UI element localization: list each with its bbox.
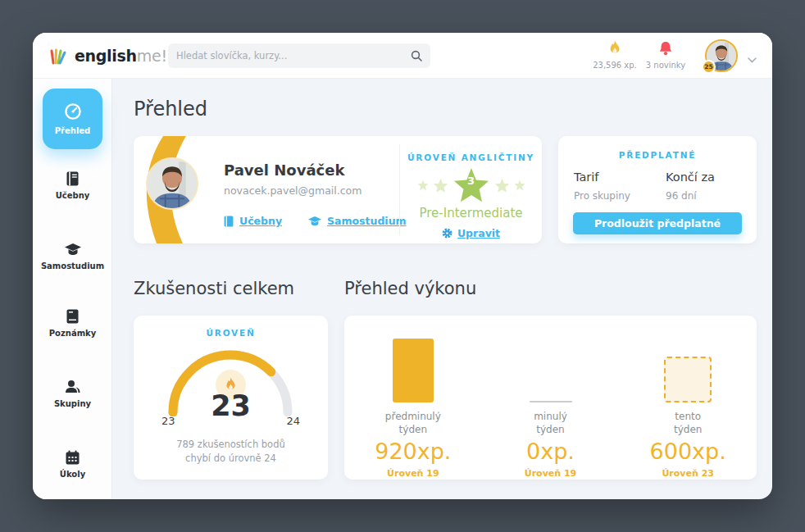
star-icon <box>494 178 510 193</box>
dashboard-icon <box>64 102 82 120</box>
expires-block: Končí za 96 dní <box>666 171 715 202</box>
search-icon[interactable] <box>411 50 422 61</box>
current-level-star: 3 <box>453 166 490 204</box>
tarif-value: Pro skupiny <box>574 190 630 202</box>
sidebar-item-ucebny[interactable]: Učebny <box>33 171 112 200</box>
link-samostudium[interactable]: Samostudium <box>308 215 407 227</box>
sidebar-item-label: Skupiny <box>33 399 112 408</box>
sidebar: Přehled Učebny Samostudium <box>33 79 112 499</box>
level-gauge-card: ÚROVEŇ 23 23 24 789 zkušenostích bodů ch… <box>134 316 328 480</box>
bar-last-week <box>530 401 572 402</box>
bar-this-week <box>664 357 712 402</box>
week-xp-value: 920xp. <box>375 439 451 464</box>
week-xp-value: 0xp. <box>526 439 575 464</box>
search-input[interactable] <box>176 50 411 61</box>
bell-icon <box>636 39 695 57</box>
sidebar-item-samostudium[interactable]: Samostudium <box>33 241 112 271</box>
user-menu[interactable]: 25 <box>705 39 738 72</box>
gauge-min-label: 23 <box>161 415 175 427</box>
performance-heading: Přehled výkonu <box>344 279 476 298</box>
chevron-down-icon[interactable] <box>748 51 757 66</box>
logo-icon <box>49 46 69 66</box>
tarif-label: Tarif <box>574 171 630 184</box>
star-icon <box>433 178 448 193</box>
week-column: předminulýtýden 920xp. Úroveň 19 <box>344 332 482 480</box>
week-label: tentotýden <box>674 410 702 436</box>
star-icon <box>417 180 429 191</box>
edit-label: Upravit <box>457 227 500 239</box>
level-name: Pre-Intermediate <box>400 206 542 221</box>
search-bar[interactable] <box>168 43 430 68</box>
page-title: Přehled <box>134 98 207 120</box>
sidebar-item-label: Učebny <box>33 191 112 200</box>
week-level: Úroveň 23 <box>662 468 714 479</box>
app-window: englishme! 23,596 xp. <box>33 33 772 499</box>
level-stars: 3 <box>400 166 542 205</box>
week-label: minulýtýden <box>534 410 567 436</box>
bar-week-before-last <box>393 339 434 402</box>
week-level: Úroveň 19 <box>387 468 439 479</box>
sidebar-item-label: Poznámky <box>33 329 112 338</box>
profile-card: Pavel Nováček novacek.pavel@gmail.com Uč… <box>134 136 542 243</box>
gauge-caption: 789 zkušenostích bodů chybí do úrovně 24 <box>134 438 328 465</box>
link-label: Samostudium <box>327 215 407 227</box>
sidebar-item-skupiny[interactable]: Skupiny <box>33 379 112 408</box>
level-number: 3 <box>453 175 490 187</box>
user-email: novacek.pavel@gmail.com <box>224 184 362 197</box>
performance-card: předminulýtýden 920xp. Úroveň 19 minulýt… <box>344 316 757 480</box>
sidebar-item-poznamky[interactable]: Poznámky <box>33 308 112 338</box>
gauge-title: ÚROVEŇ <box>134 328 328 338</box>
user-name: Pavel Nováček <box>224 161 344 179</box>
english-level-section: ÚROVEŇ ANGLIČTINY 3 Pre-Intermediate <box>400 136 542 243</box>
sidebar-item-label: Samostudium <box>33 261 112 271</box>
gauge-max-label: 24 <box>286 415 300 427</box>
sidebar-item-label: Úkoly <box>33 470 112 479</box>
week-column: tentotýden 600xp. Úroveň 23 <box>619 332 757 480</box>
users-icon <box>33 379 112 394</box>
avatar-level-badge: 25 <box>702 60 716 74</box>
graduation-cap-icon <box>308 216 321 226</box>
notebook-icon <box>33 308 112 324</box>
book-icon <box>33 171 112 186</box>
week-column: minulýtýden 0xp. Úroveň 19 <box>482 332 620 480</box>
experience-heading: Zkušenosti celkem <box>134 279 294 298</box>
expires-label: Končí za <box>666 171 715 184</box>
brand-name: englishme! <box>75 47 167 65</box>
link-ucebny[interactable]: Učebny <box>224 215 282 227</box>
calendar-icon <box>33 449 112 465</box>
news-counter[interactable]: 3 novinky <box>636 39 695 70</box>
expires-value: 96 dní <box>666 190 715 202</box>
tarif-block: Tarif Pro skupiny <box>574 171 630 202</box>
topbar: englishme! 23,596 xp. <box>33 33 772 79</box>
star-icon <box>514 180 525 191</box>
week-level: Úroveň 19 <box>525 468 577 479</box>
gear-icon <box>442 228 453 239</box>
sidebar-item-label: Přehled <box>55 126 91 135</box>
book-icon <box>224 216 234 227</box>
extend-subscription-button[interactable]: Prodloužit předplatné <box>573 212 742 234</box>
sidebar-item-ukoly[interactable]: Úkoly <box>33 449 112 479</box>
graduation-cap-icon <box>33 241 112 257</box>
profile-avatar <box>146 157 198 210</box>
sidebar-item-prehled[interactable]: Přehled <box>43 89 102 149</box>
subscription-card: PŘEDPLATNÉ Tarif Pro skupiny Končí za 96… <box>558 136 757 243</box>
english-level-title: ÚROVEŇ ANGLIČTINY <box>400 152 542 162</box>
edit-level-link[interactable]: Upravit <box>442 227 500 239</box>
main-content: Přehled Pavel Nováček novacek.pavel@gmai… <box>112 79 772 499</box>
subscription-title: PŘEDPLATNÉ <box>558 150 757 160</box>
news-label: 3 novinky <box>636 61 695 70</box>
week-xp-value: 600xp. <box>650 439 726 464</box>
app-logo[interactable]: englishme! <box>49 46 172 66</box>
link-label: Učebny <box>239 215 282 227</box>
profile-quick-links: Učebny Samostudium <box>224 215 407 227</box>
week-label: předminulýtýden <box>385 410 441 436</box>
